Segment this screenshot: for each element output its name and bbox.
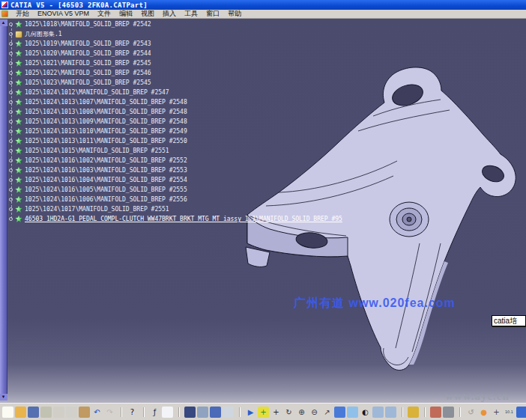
tree-item[interactable]: 1025\1024\1013\1007\MANIFOLD_SOLID_BREP …: [7, 97, 360, 107]
render-style-button[interactable]: ◐: [360, 407, 371, 418]
tree-item-label[interactable]: 1025\1021\MANIFOLD_SOLID_BREP #2545: [25, 60, 151, 67]
tree-item[interactable]: 46503 1HD2A-G1 PEDAL COMPL-CLUTCH WW47BR…: [7, 214, 360, 224]
tree-node-connector[interactable]: [9, 71, 13, 75]
normal-view-button[interactable]: ↗: [321, 407, 333, 418]
save-button[interactable]: [28, 407, 39, 418]
multi-view-button[interactable]: [334, 407, 345, 418]
tree-item-label[interactable]: 1025\1024\1016\1004\MANIFOLD_SOLID_BREP …: [25, 177, 187, 183]
dimension-button[interactable]: 10.1: [504, 407, 515, 418]
tree-item-label[interactable]: 1025\1024\1015\MANIFOLD_SOLID_BREP #2551: [25, 147, 169, 154]
zoom-out-button[interactable]: ⊖: [309, 407, 320, 418]
export-doc-button[interactable]: [223, 407, 234, 418]
gauge-button[interactable]: [430, 407, 441, 418]
fit-all-button[interactable]: +: [258, 407, 269, 418]
tree-node-connector[interactable]: [9, 149, 13, 153]
scroll-down-icon[interactable]: ▼: [0, 394, 7, 401]
view-mode-b-button[interactable]: [385, 407, 396, 418]
menu-item[interactable]: 帮助: [224, 10, 245, 18]
tree-item[interactable]: 1025\1019\MANIFOLD_SOLID_BREP #2543: [7, 39, 360, 49]
iso-cube-button[interactable]: [347, 407, 358, 418]
tree-node-connector[interactable]: [9, 188, 13, 192]
undo-button[interactable]: ↶: [91, 407, 103, 418]
tree-item-label[interactable]: 1025\1024\1017\MANIFOLD_SOLID_BREP #2551: [25, 206, 169, 213]
tree-item-label[interactable]: 1025\1024\1013\1011\MANIFOLD_SOLID_BREP …: [25, 138, 187, 144]
tree-item-label[interactable]: 1025\1018\MANIFOLD_SOLID_BREP #2542: [25, 21, 151, 28]
tree-item[interactable]: 1025\1024\1016\1006\MANIFOLD_SOLID_BREP …: [7, 195, 360, 204]
tree-node-connector[interactable]: [9, 217, 13, 221]
formula-fx-button[interactable]: ƒ: [149, 407, 160, 418]
tree-item[interactable]: 1025\1024\1013\1011\MANIFOLD_SOLID_BREP …: [7, 136, 360, 146]
tree-item[interactable]: 1025\1024\1017\MANIFOLD_SOLID_BREP #2551: [7, 204, 360, 214]
menu-item[interactable]: 工具: [181, 10, 202, 18]
tree-item[interactable]: 1025\1018\MANIFOLD_SOLID_BREP #2542: [7, 19, 360, 29]
viewport-3d[interactable]: ▲ ▼ 1025\1018\MANIFOLD_SOLID_BREP #2542 …: [0, 19, 526, 403]
tree-node-connector[interactable]: [9, 32, 13, 36]
menu-item[interactable]: 视图: [137, 10, 158, 18]
tree-item[interactable]: 1025\1024\1016\1003\MANIFOLD_SOLID_BREP …: [7, 165, 360, 175]
structure-tree-button[interactable]: [197, 407, 208, 418]
tree-item[interactable]: 1025\1024\1016\1005\MANIFOLD_SOLID_BREP …: [7, 185, 360, 195]
tree-item[interactable]: 1025\1024\1012\MANIFOLD_SOLID_BREP #2547: [7, 88, 360, 97]
tree-node-connector[interactable]: [9, 168, 13, 172]
rotate-button[interactable]: ↻: [283, 407, 294, 418]
tree-item[interactable]: 1025\1023\MANIFOLD_SOLID_BREP #2545: [7, 78, 360, 88]
tree-item[interactable]: 1025\1021\MANIFOLD_SOLID_BREP #2545: [7, 58, 360, 68]
chat-bubble-button[interactable]: [162, 407, 173, 418]
tree-node-connector[interactable]: [9, 110, 13, 114]
tree-item-label[interactable]: 1025\1024\1013\1007\MANIFOLD_SOLID_BREP …: [25, 99, 187, 106]
tree-item[interactable]: 几何图形集.1: [7, 29, 360, 39]
tree-node-connector[interactable]: [9, 81, 13, 85]
paste-button[interactable]: [79, 407, 90, 418]
menu-item[interactable]: 插入: [159, 10, 180, 18]
tree-node-connector[interactable]: [9, 178, 13, 182]
camera-button[interactable]: [443, 407, 454, 418]
open-folder-button[interactable]: [15, 407, 26, 418]
menu-item[interactable]: 窗口: [202, 10, 223, 18]
tree-item-label[interactable]: 几何图形集.1: [25, 30, 62, 38]
tree-node-connector[interactable]: [9, 130, 13, 133]
tree-node-connector[interactable]: [9, 198, 13, 201]
tree-item[interactable]: 1025\1024\1016\1002\MANIFOLD_SOLID_BREP …: [7, 156, 360, 165]
help-pointer-button[interactable]: ?: [127, 407, 138, 418]
view-mode-a-button[interactable]: [372, 407, 384, 418]
tree-item-label[interactable]: 1025\1020\MANIFOLD_SOLID_BREP #2544: [25, 50, 151, 57]
padlock-button[interactable]: [408, 407, 419, 418]
new-document-button[interactable]: [2, 407, 13, 418]
lock-node-button[interactable]: [210, 407, 221, 418]
tree-item[interactable]: 1025\1024\1013\1010\MANIFOLD_SOLID_BREP …: [7, 127, 360, 136]
tree-item-label[interactable]: 46503 1HD2A-G1 PEDAL COMPL-CLUTCH WW47BR…: [25, 216, 342, 222]
axis-system-button[interactable]: +: [491, 407, 502, 418]
database-button[interactable]: [516, 407, 526, 418]
tree-item-label[interactable]: 1025\1024\1016\1002\MANIFOLD_SOLID_BREP …: [25, 157, 187, 164]
copy-button[interactable]: [66, 407, 77, 418]
scroll-up-icon[interactable]: ▲: [0, 19, 7, 26]
tree-item-label[interactable]: 1025\1024\1013\1010\MANIFOLD_SOLID_BREP …: [25, 128, 187, 135]
tree-node-connector[interactable]: [9, 120, 13, 124]
tree-item-label[interactable]: 1025\1024\1016\1003\MANIFOLD_SOLID_BREP …: [25, 167, 187, 174]
fly-mode-button[interactable]: ▶: [245, 407, 256, 418]
tree-item-label[interactable]: 1025\1024\1016\1006\MANIFOLD_SOLID_BREP …: [25, 196, 187, 203]
tree-item[interactable]: 1025\1022\MANIFOLD_SOLID_BREP #2546: [7, 68, 360, 78]
tree-node-connector[interactable]: [9, 91, 13, 94]
tree-item[interactable]: 1025\1020\MANIFOLD_SOLID_BREP #2544: [7, 49, 360, 58]
tree-item[interactable]: 1025\1024\1013\1009\MANIFOLD_SOLID_BREP …: [7, 117, 360, 127]
menu-item[interactable]: 文件: [94, 10, 115, 18]
redo-button[interactable]: ↷: [104, 407, 115, 418]
tree-node-connector[interactable]: [9, 52, 13, 55]
tree-scrollbar[interactable]: ▲ ▼: [0, 19, 7, 401]
menu-item[interactable]: ENOVIA V5 VPM: [34, 10, 93, 18]
tree-node-connector[interactable]: [9, 22, 13, 26]
tree-node-connector[interactable]: [9, 139, 13, 143]
tree-item-label[interactable]: 1025\1024\1012\MANIFOLD_SOLID_BREP #2547: [25, 89, 169, 96]
zoom-in-button[interactable]: ⊕: [296, 407, 307, 418]
tree-item-label[interactable]: 1025\1024\1013\1009\MANIFOLD_SOLID_BREP …: [25, 118, 187, 125]
menu-item[interactable]: 编辑: [115, 10, 136, 18]
menu-item[interactable]: 开始: [12, 10, 33, 18]
tree-node-connector[interactable]: [9, 100, 13, 104]
tree-item-label[interactable]: 1025\1024\1013\1008\MANIFOLD_SOLID_BREP …: [25, 109, 187, 115]
tree-item-label[interactable]: 1025\1019\MANIFOLD_SOLID_BREP #2543: [25, 40, 151, 47]
globe-button[interactable]: ●: [478, 407, 489, 418]
tree-node-connector[interactable]: [9, 42, 13, 46]
tree-item[interactable]: 1025\1024\1016\1004\MANIFOLD_SOLID_BREP …: [7, 175, 360, 185]
print-button[interactable]: [40, 407, 52, 418]
